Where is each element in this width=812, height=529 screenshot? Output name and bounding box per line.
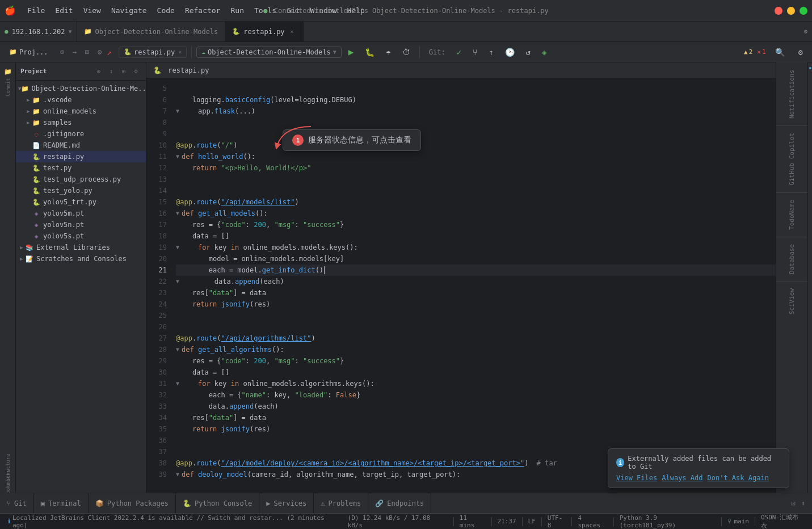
settings-gear-icon[interactable]: ⚙	[794, 47, 807, 58]
code-line-31: ▼ for key in online_models.algorithms.ke…	[176, 378, 776, 389]
project-selector[interactable]: 📁 Proj...	[5, 47, 53, 57]
debug-button[interactable]: 🐛	[360, 47, 379, 58]
menu-refactor[interactable]: Refactor	[180, 5, 225, 16]
bottom-tab-git[interactable]: ⑂ Git	[0, 493, 34, 513]
ip-tab[interactable]: ● 192.168.1.202 ▼	[0, 22, 77, 41]
code-line-34: res["data"] = data	[176, 412, 776, 423]
tree-item-restapi[interactable]: 🐍 restapi.py	[16, 151, 146, 162]
run-config-dropdown[interactable]: ☁ Object-Detection-Online-Models ▼	[196, 47, 341, 58]
panel-expand-icon[interactable]: ⊞	[119, 66, 129, 77]
linesep-status[interactable]: LF	[525, 515, 539, 528]
copilot-icon[interactable]: ◈	[537, 47, 551, 58]
menu-file[interactable]: File	[23, 5, 49, 16]
transfer-status[interactable]: (D) 12.24 kB/s / 17.08 kB/s	[344, 515, 451, 528]
code-content[interactable]: logging.basicConfig(level=logging.DEBUG)…	[171, 78, 776, 493]
file-tab-restapi[interactable]: 🐍 restapi.py ✕	[225, 22, 303, 41]
panel-add-icon[interactable]: ⊕	[94, 66, 104, 77]
project-tab[interactable]: 📁 Object-Detection-Online-Models	[77, 22, 226, 41]
tree-item-test-yolo[interactable]: 🐍 test_yolo.py	[16, 185, 146, 196]
coverage-button[interactable]: ☂	[381, 47, 395, 58]
editor-file-tab[interactable]: 🐍 restapi.py ✕	[119, 47, 187, 58]
notifications-tab[interactable]: Notifications	[776, 62, 807, 125]
time-status[interactable]: 11 mins	[456, 515, 489, 528]
search-icon[interactable]: 🔍	[771, 47, 789, 58]
indent-status[interactable]: 4 spaces	[574, 515, 611, 528]
encoding-status[interactable]: UTF-8	[544, 515, 570, 528]
menu-view[interactable]: View	[79, 5, 106, 16]
panel-gear-icon[interactable]: ⚙	[131, 66, 141, 77]
tree-item-yolov5s[interactable]: ◈ yolov5s.pt	[16, 230, 146, 242]
arrow-icon[interactable]: →	[70, 47, 80, 57]
lightbulb-icon[interactable]: 💡	[171, 264, 173, 276]
git-toast-view-files[interactable]: View Files	[616, 474, 657, 482]
settings-icon[interactable]: ⚙	[803, 28, 807, 35]
tree-item-vscode[interactable]: ▶ 📁 .vscode	[16, 94, 146, 106]
tree-item-yolov5-trt[interactable]: 🐍 yolov5_trt.py	[16, 196, 146, 208]
status-divider-2	[491, 517, 492, 526]
project-tab-icon[interactable]: 📁	[1, 65, 15, 78]
bottom-tab-terminal[interactable]: ▣ Terminal	[34, 493, 89, 513]
layout-icon[interactable]: ⊞	[82, 47, 92, 57]
cursor-status[interactable]: 21:37	[494, 515, 519, 528]
tree-item-yolov5n[interactable]: ◈ yolov5n.pt	[16, 219, 146, 230]
bottom-tab-endpoints[interactable]: 🔗 Endpoints	[368, 493, 431, 513]
git-merge-icon[interactable]: ⑂	[468, 47, 482, 58]
tree-item-test[interactable]: 🐍 test.py	[16, 162, 146, 174]
sciview-tab[interactable]: SciView	[776, 281, 807, 321]
gear-icon[interactable]: ⚙	[95, 47, 105, 57]
file-close-icon[interactable]: ✕	[178, 49, 182, 55]
restore-layout-icon[interactable]: ⊡	[789, 498, 798, 509]
git-toast-always-add[interactable]: Always Add	[662, 474, 702, 482]
tree-item-external-libs[interactable]: ▶ 📚 External Libraries	[16, 242, 146, 253]
tree-item-gitignore[interactable]: ◌ .gitignore	[16, 128, 146, 140]
git-revert-icon[interactable]: ↺	[521, 47, 535, 58]
osdn-status[interactable]: OSDN-汇城布衣	[758, 515, 807, 528]
bottom-toolbar-right: ⊡ ⬆	[789, 498, 812, 509]
git-check-icon[interactable]: ✓	[452, 47, 466, 58]
commit-tab-icon[interactable]: Commit	[1, 81, 15, 94]
code-area[interactable]: 5 6 7 8 9 10 11 12 13 14 15 16 17 18 19 …	[146, 78, 776, 493]
profile-button[interactable]: ⏱	[398, 47, 415, 58]
bottom-tab-python-console[interactable]: 🐍 Python Console	[176, 493, 259, 513]
menu-run[interactable]: Run	[226, 5, 249, 16]
menu-code[interactable]: Code	[153, 5, 179, 16]
database-tab[interactable]: Database	[776, 237, 807, 281]
close-button[interactable]	[775, 7, 782, 15]
tree-item-online-models[interactable]: ▶ 📁 online_models	[16, 106, 146, 117]
tree-item-yolov5m[interactable]: ◈ yolov5m.pt	[16, 208, 146, 219]
python-version-status[interactable]: Python 3.9 (torch181_py39)	[616, 515, 720, 528]
notification-status[interactable]: ℹ Localized JetBrains Client 2022.2.4 is…	[5, 515, 342, 528]
bookmarks-tab-icon[interactable]: Bookmarks	[1, 477, 15, 490]
branch-status[interactable]: ⑂ main	[724, 515, 752, 528]
tree-item-readme[interactable]: 📄 README.md	[16, 140, 146, 151]
run-button[interactable]: ▶	[344, 45, 359, 58]
bottom-tab-services[interactable]: ▶ Services	[259, 493, 314, 513]
menu-navigate[interactable]: Navigate	[107, 5, 152, 16]
test-udp-label: test_udp_process.py	[43, 175, 121, 183]
warning-badge[interactable]: ▲2	[744, 48, 752, 56]
code-line-23: res["data"] = data	[176, 287, 776, 299]
status-bar: ℹ Localized JetBrains Client 2022.2.4 is…	[0, 513, 812, 529]
bottom-tab-python-packages[interactable]: 📦 Python Packages	[89, 493, 176, 513]
github-copilot-tab[interactable]: GitHub Copilot	[776, 125, 807, 192]
tree-root[interactable]: ▼ 📁 Object-Detection-Online-Me...	[16, 83, 146, 94]
code-line-28: ▼ def get_all_algorithms():	[176, 344, 776, 355]
todo-tab[interactable]: TodoName	[776, 192, 807, 237]
yolov5m-label: yolov5m.pt	[43, 209, 84, 217]
panel-scroll-icon[interactable]: ↕	[106, 66, 116, 77]
maximize-button[interactable]	[800, 7, 807, 15]
error-badge[interactable]: ✕1	[757, 48, 765, 56]
bottom-tab-problems[interactable]: ⚠ Problems	[314, 493, 368, 513]
code-line-26	[176, 321, 776, 333]
git-push-icon[interactable]: ↑	[484, 47, 498, 58]
tree-item-test-udp[interactable]: 🐍 test_udp_process.py	[16, 174, 146, 185]
tree-item-samples[interactable]: ▶ 📁 samples	[16, 117, 146, 128]
tab-close-icon[interactable]: ✕	[288, 28, 296, 36]
expand-panel-icon[interactable]: ⬆	[799, 498, 807, 509]
sync-icon[interactable]: ⊕	[57, 47, 68, 57]
git-history-icon[interactable]: 🕐	[500, 47, 519, 58]
menu-edit[interactable]: Edit	[51, 5, 77, 16]
git-toast-dont-ask[interactable]: Don't Ask Again	[708, 474, 769, 482]
minimize-button[interactable]	[787, 7, 795, 15]
tree-item-scratches[interactable]: ▶ 📝 Scratches and Consoles	[16, 253, 146, 264]
